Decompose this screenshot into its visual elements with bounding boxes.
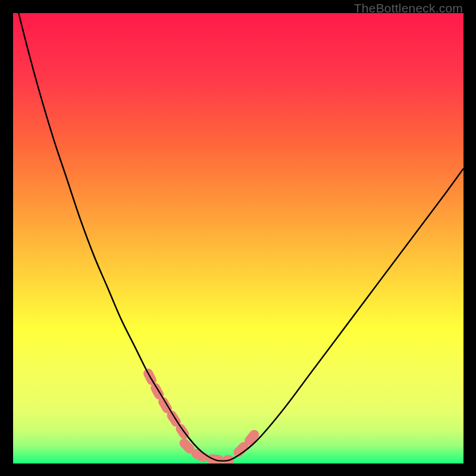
bottleneck-curve <box>13 13 464 461</box>
plot-area <box>13 13 464 464</box>
chart-container: TheBottleneck.com <box>0 0 476 476</box>
watermark-text: TheBottleneck.com <box>354 1 463 15</box>
bottleneck-curve-overlay <box>13 13 464 461</box>
curve-layer <box>13 13 464 464</box>
highlight-segment-bottom <box>184 443 230 460</box>
